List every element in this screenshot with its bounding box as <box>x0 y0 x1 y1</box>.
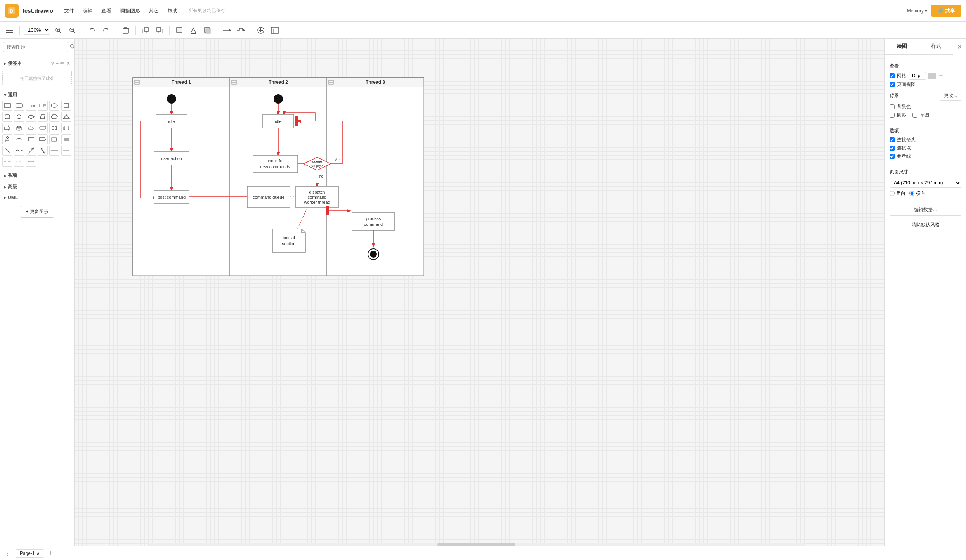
zoom-in-button[interactable] <box>52 24 64 36</box>
page-tab[interactable]: Page-1 ∧ <box>16 549 44 558</box>
shape-square[interactable] <box>61 101 71 111</box>
shape-arrow-right[interactable] <box>2 123 12 133</box>
guides-checkbox[interactable] <box>890 154 895 159</box>
undo-button[interactable] <box>86 24 98 36</box>
page-size-select[interactable]: A4 (210 mm × 297 mm) <box>890 178 961 188</box>
stroke-color-button[interactable] <box>187 24 199 36</box>
tab-style[interactable]: 样式 <box>919 39 953 54</box>
shape-triangle[interactable] <box>61 112 71 122</box>
section-uml-header[interactable]: ▸ UML <box>2 192 72 203</box>
to-front-button[interactable] <box>140 24 151 36</box>
insert-button[interactable] <box>255 24 267 36</box>
memory-button[interactable]: Memory ▾ <box>907 8 928 14</box>
shape-text[interactable]: Text <box>26 101 36 111</box>
fill-color-button[interactable] <box>173 24 185 36</box>
shape-line-double-arrow[interactable] <box>26 157 36 167</box>
section-misc-header[interactable]: ▸ 杂项 <box>2 170 72 181</box>
shape-note[interactable] <box>49 134 59 144</box>
shadow-button[interactable] <box>201 24 213 36</box>
shape-cloud[interactable] <box>26 123 36 133</box>
shape-diagonal1[interactable] <box>2 146 12 156</box>
t3-process-command-box[interactable] <box>352 213 395 230</box>
t1-start-node[interactable] <box>167 94 176 104</box>
shape-rect-rounded[interactable] <box>14 101 24 111</box>
menu-file[interactable]: 文件 <box>63 6 75 16</box>
menu-view[interactable]: 查看 <box>101 6 112 16</box>
stencil-edit-icon[interactable]: ✏ <box>60 61 64 66</box>
shape-tag[interactable] <box>38 134 48 144</box>
edit-data-button[interactable]: 编辑数据... <box>890 204 961 216</box>
shape-line-arrow[interactable] <box>61 146 71 156</box>
shape-parallelogram[interactable] <box>38 112 48 122</box>
landscape-label[interactable]: 横向 <box>909 190 925 197</box>
right-close-button[interactable]: ✕ <box>953 40 966 54</box>
t2-critical-section[interactable] <box>272 229 305 252</box>
share-button[interactable]: 🔗 共享 <box>931 5 961 17</box>
shape-lines[interactable] <box>61 134 71 144</box>
delete-button[interactable] <box>120 24 132 36</box>
grid-color-swatch[interactable] <box>928 73 936 79</box>
search-icon-button[interactable] <box>70 44 75 50</box>
shape-arrow-angled[interactable] <box>26 146 36 156</box>
section-general-header[interactable]: ▾ 通用 <box>2 89 72 101</box>
shape-wavy[interactable] <box>14 146 24 156</box>
shape-diamond[interactable] <box>26 112 36 122</box>
section-advanced-header[interactable]: ▸ 高级 <box>2 181 72 192</box>
shape-arrow-double[interactable] <box>38 146 48 156</box>
t2-start-node[interactable] <box>274 94 283 104</box>
shape-circle[interactable] <box>14 112 24 122</box>
connect-points-checkbox[interactable] <box>890 146 895 151</box>
page-view-checkbox[interactable] <box>890 82 895 87</box>
shape-curved[interactable] <box>14 134 24 144</box>
shape-line-solid[interactable] <box>49 146 59 156</box>
background-change-btn[interactable]: 更改... <box>940 91 961 101</box>
zoom-select[interactable]: 100% 75% 150% <box>24 26 50 35</box>
shape-line-dashed[interactable] <box>2 157 12 167</box>
shape-callout[interactable] <box>38 123 48 133</box>
diagram-svg[interactable]: Thread 1 Thread 2 Thread 3 idle user act… <box>133 78 424 279</box>
clear-defaults-button[interactable]: 清除默认风格 <box>890 219 961 231</box>
shape-line-dotted[interactable] <box>14 157 24 167</box>
shape-corner[interactable] <box>26 134 36 144</box>
stencil-header[interactable]: ▸ 便签本 ? + ✏ ✕ <box>2 58 72 69</box>
canvas-area[interactable]: Thread 1 Thread 2 Thread 3 idle user act… <box>75 39 884 560</box>
menu-edit[interactable]: 编辑 <box>82 6 94 16</box>
zoom-out-button[interactable] <box>66 24 78 36</box>
shape-bracket[interactable] <box>49 123 59 133</box>
pages-button[interactable]: ⋮ <box>5 550 11 557</box>
to-back-button[interactable] <box>154 24 165 36</box>
bg-color-checkbox[interactable] <box>890 104 895 109</box>
grid-value-input[interactable] <box>909 72 926 80</box>
connection-style-button[interactable] <box>221 24 233 36</box>
shadow-checkbox[interactable] <box>890 113 895 118</box>
landscape-radio[interactable] <box>909 191 914 196</box>
connect-arrows-checkbox[interactable] <box>890 137 895 142</box>
menu-format[interactable]: 调整图形 <box>119 6 141 16</box>
menu-help[interactable]: 帮助 <box>166 6 178 16</box>
shape-square-rounded[interactable] <box>2 112 12 122</box>
redo-button[interactable] <box>100 24 112 36</box>
add-page-button[interactable]: + <box>49 549 53 557</box>
grid-edit-icon[interactable]: ✏ <box>939 73 943 78</box>
shape-label[interactable] <box>38 101 48 111</box>
t2-check-box[interactable] <box>253 155 298 173</box>
draft-checkbox[interactable] <box>912 113 917 118</box>
stencil-close-icon[interactable]: ✕ <box>66 61 70 66</box>
search-input[interactable] <box>3 42 68 52</box>
shape-rect[interactable] <box>2 101 12 111</box>
shape-hexagon[interactable] <box>49 112 59 122</box>
portrait-radio[interactable] <box>890 191 895 196</box>
stencil-add-icon[interactable]: + <box>55 61 59 66</box>
shape-double-bracket[interactable] <box>61 123 71 133</box>
table-button[interactable] <box>269 24 281 36</box>
shape-cylinder[interactable] <box>14 123 24 133</box>
sidebar-toggle-button[interactable] <box>4 24 16 36</box>
horizontal-scrollbar[interactable] <box>149 543 803 546</box>
grid-checkbox[interactable] <box>890 73 895 78</box>
portrait-label[interactable]: 竖向 <box>890 190 905 197</box>
menu-extra[interactable]: 其它 <box>148 6 160 16</box>
waypoint-button[interactable] <box>235 24 247 36</box>
more-shapes-button[interactable]: + 更多图形 <box>20 206 54 218</box>
shape-person[interactable] <box>2 134 12 144</box>
shape-ellipse[interactable] <box>49 101 59 111</box>
